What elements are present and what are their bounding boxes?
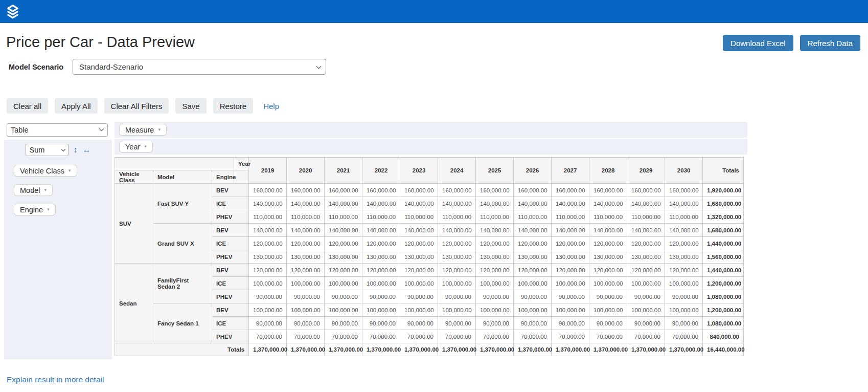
value-cell: 90,000.00: [287, 317, 325, 330]
download-excel-button[interactable]: Download Excel: [723, 35, 793, 51]
row-total-cell: 1,320,000.00: [703, 210, 744, 224]
field-pill-label: Model: [20, 186, 40, 194]
refresh-data-button[interactable]: Refresh Data: [800, 35, 860, 51]
layers-logo-icon[interactable]: [5, 4, 20, 19]
value-cell: 160,000.00: [514, 184, 552, 197]
column-total-cell: 1,370,000.00: [476, 343, 514, 356]
value-cell: 70,000.00: [438, 330, 476, 343]
table-row: Fancy Sedan 1BEV100,000.00100,000.00100,…: [115, 303, 744, 317]
explain-result-link[interactable]: Explain result in more detail: [7, 375, 104, 384]
value-cell: 100,000.00: [362, 277, 400, 290]
value-cell: 160,000.00: [627, 184, 665, 197]
value-cell: 140,000.00: [325, 197, 362, 210]
row-total-cell: 1,440,000.00: [703, 237, 744, 250]
value-cell: 130,000.00: [362, 250, 400, 264]
renderer-select[interactable]: Table: [7, 123, 108, 137]
pivot-fields-panel: Sum ↕ ↔ Vehicle Class ▾ Model ▾ Engine: [4, 140, 112, 359]
value-cell: 140,000.00: [249, 224, 287, 237]
value-cell: 100,000.00: [627, 277, 665, 290]
value-cell: 100,000.00: [400, 303, 438, 317]
measure-drop-bar: Measure ▾: [115, 122, 747, 138]
column-total-cell: 1,370,000.00: [665, 343, 703, 356]
value-cell: 100,000.00: [627, 303, 665, 317]
value-cell: 90,000.00: [400, 290, 438, 303]
value-cell: 160,000.00: [249, 184, 287, 197]
year-header: 2022: [362, 158, 400, 184]
row-header-0: Vehicle Class: [115, 170, 153, 184]
year-drop-bar: Year ▾: [115, 139, 747, 155]
value-cell: 90,000.00: [514, 317, 552, 330]
column-total-cell: 1,370,000.00: [438, 343, 476, 356]
value-cell: 120,000.00: [400, 237, 438, 250]
value-cell: 90,000.00: [665, 317, 703, 330]
value-cell: 140,000.00: [400, 197, 438, 210]
value-cell: 100,000.00: [249, 303, 287, 317]
value-cell: 140,000.00: [514, 224, 552, 237]
vehicle-class-cell: SUV: [115, 184, 153, 264]
clear-all-filters-button[interactable]: Clear All Filters: [104, 98, 169, 114]
table-row: Grand SUV XBEV140,000.00140,000.00140,00…: [115, 224, 744, 237]
value-cell: 110,000.00: [362, 210, 400, 224]
pivot-table: Year201920202021202220232024202520262027…: [115, 157, 744, 356]
aggregator-row: Sum ↕ ↔: [4, 140, 112, 156]
value-cell: 110,000.00: [438, 210, 476, 224]
move-horizontal-icon[interactable]: ↔: [83, 146, 91, 154]
value-cell: 120,000.00: [627, 237, 665, 250]
value-cell: 90,000.00: [476, 317, 514, 330]
field-pill-year[interactable]: Year ▾: [119, 141, 153, 153]
aggregator-select[interactable]: Sum: [26, 144, 68, 156]
value-cell: 100,000.00: [325, 303, 362, 317]
totals-row-label: Totals: [115, 343, 249, 356]
value-cell: 140,000.00: [476, 224, 514, 237]
value-cell: 110,000.00: [552, 210, 589, 224]
model-scenario-select[interactable]: Standard-Szenario: [73, 59, 326, 75]
value-cell: 100,000.00: [287, 303, 325, 317]
field-pill-vehicle-class[interactable]: Vehicle Class ▾: [14, 165, 77, 177]
value-cell: 90,000.00: [362, 317, 400, 330]
value-cell: 130,000.00: [400, 250, 438, 264]
totals-row: Totals1,370,000.001,370,000.001,370,000.…: [115, 343, 744, 356]
value-cell: 130,000.00: [325, 250, 362, 264]
value-cell: 160,000.00: [476, 184, 514, 197]
value-cell: 70,000.00: [514, 330, 552, 343]
top-navbar: [0, 0, 868, 23]
value-cell: 100,000.00: [476, 277, 514, 290]
value-cell: 120,000.00: [249, 237, 287, 250]
column-total-cell: 1,370,000.00: [287, 343, 325, 356]
page-title: Price per Car - Data Preview: [6, 33, 195, 51]
model-cell: Fancy Sedan 1: [153, 303, 212, 343]
year-header: 2021: [325, 158, 362, 184]
field-pill-label: Vehicle Class: [20, 167, 64, 175]
apply-all-button[interactable]: Apply All: [55, 98, 98, 114]
value-cell: 100,000.00: [665, 277, 703, 290]
value-cell: 100,000.00: [325, 277, 362, 290]
value-cell: 110,000.00: [249, 210, 287, 224]
clear-all-button[interactable]: Clear all: [7, 98, 48, 114]
move-vertical-icon[interactable]: ↕: [74, 146, 78, 154]
value-cell: 90,000.00: [438, 317, 476, 330]
field-pill-engine[interactable]: Engine ▾: [14, 204, 56, 215]
scenario-select-wrap: Standard-Szenario: [73, 59, 326, 75]
value-cell: 120,000.00: [249, 264, 287, 277]
row-total-cell: 1,440,000.00: [703, 264, 744, 277]
year-header: 2025: [476, 158, 514, 184]
value-cell: 160,000.00: [362, 184, 400, 197]
value-cell: 130,000.00: [552, 250, 589, 264]
value-cell: 110,000.00: [325, 210, 362, 224]
save-button[interactable]: Save: [175, 98, 206, 114]
engine-cell: PHEV: [212, 210, 249, 224]
value-cell: 120,000.00: [552, 237, 589, 250]
restore-button[interactable]: Restore: [213, 98, 254, 114]
field-pill-measure[interactable]: Measure ▾: [119, 124, 167, 136]
value-cell: 70,000.00: [325, 330, 362, 343]
value-cell: 100,000.00: [287, 277, 325, 290]
row-total-cell: 840,000.00: [703, 330, 744, 343]
model-scenario-label: Model Scenario: [9, 63, 73, 71]
scenario-row: Model Scenario Standard-Szenario: [9, 59, 868, 75]
field-pill-model[interactable]: Model ▾: [14, 184, 53, 196]
value-cell: 120,000.00: [514, 237, 552, 250]
help-link[interactable]: Help: [263, 102, 279, 111]
value-cell: 120,000.00: [589, 237, 627, 250]
value-cell: 130,000.00: [589, 250, 627, 264]
value-cell: 120,000.00: [476, 264, 514, 277]
